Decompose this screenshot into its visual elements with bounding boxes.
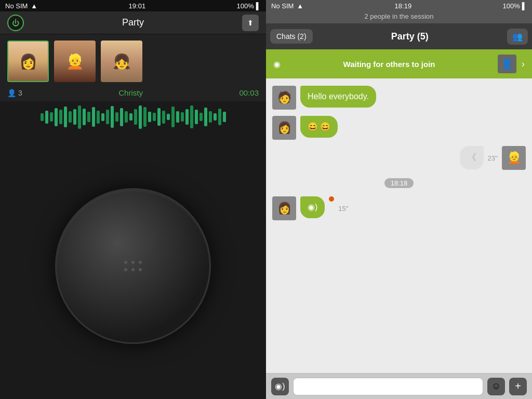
waveform-bar [143,107,147,127]
waveform-bar [139,105,142,129]
participants-icon: 👥 [512,32,523,41]
waveform-bar [157,108,161,126]
message-bubble-2: 😄 😄 [300,116,338,138]
waveform-bar [204,108,207,126]
message-avatar-4: 👩 [272,196,296,220]
waveform-area [0,101,266,132]
left-carrier: No SIM [5,2,28,10]
voice-input-button[interactable]: ◉) [271,378,289,395]
right-panel: No SIM ▲ 18:19 100% ▌ 2 people in the se… [266,0,532,399]
wifi-icon: ▲ [31,2,37,10]
power-button[interactable]: ⏻ [7,15,24,31]
waveform-bar [190,105,193,128]
waveform-bar [218,109,221,125]
dial-dots [124,261,142,271]
waveform-bar [148,112,151,122]
dial-dot [139,261,142,264]
chat-text-input[interactable] [293,378,483,395]
dial-dot [124,261,127,264]
participant-count: 👤 3 [7,89,22,97]
left-status-bar: No SIM ▲ 19:01 100% ▌ [0,0,266,11]
waveform-bar [185,109,189,125]
waiting-text: Waiting for others to join [286,60,493,69]
waiting-banner[interactable]: ◉ Waiting for others to join 👤 › [266,49,532,78]
party-name-header: Party (5) [316,31,504,42]
call-timer: 00:03 [239,88,259,97]
waveform-bar [176,111,179,123]
message-avatar-3: 👱 [502,146,526,170]
participant-avatar-3[interactable]: 👧 [101,41,142,82]
message-avatar-1: 🧑 [272,86,296,110]
person-icon: 👤 [7,89,16,97]
waveform-bar [87,112,90,122]
right-battery-icon: ▌ [522,2,527,10]
waveform-bar [120,108,123,126]
message-time-4: 15'' [338,205,348,212]
voice-input-icon: ◉) [275,381,285,391]
waiting-person-icon: 👤 [501,58,513,70]
timestamp-divider: 18:18 [272,178,526,188]
waveform-bar [73,109,76,125]
waveform-bar [115,112,118,122]
waiting-arrow-icon: › [522,59,525,70]
waveform-bar [214,113,217,121]
waveform-bar [181,112,184,122]
waveform-bar [153,113,156,121]
active-participant-name: Christy [118,88,143,97]
session-info-bar: 2 people in the session [266,11,532,23]
right-status-right: 100% ▌ [503,2,527,10]
waveform-bar [101,113,104,121]
upload-button[interactable]: ⬆ [242,15,259,31]
dial-control[interactable] [55,188,211,344]
left-time: 19:01 [129,2,146,10]
voice-speak-icon: ◉) [308,203,317,211]
waveform-bar [64,107,67,127]
waveform-bar [92,107,95,127]
dial-dot [131,268,135,271]
add-button[interactable]: + [509,378,527,395]
chats-button[interactable]: Chats (2) [270,29,313,44]
right-wifi-icon: ▲ [297,2,303,10]
waveform-bar [134,109,137,125]
left-nav-bar: ⏻ Party ⬆ [0,11,266,34]
party-title: Party [122,17,144,28]
message-avatar-2: 👩 [272,116,296,140]
right-status-bar: No SIM ▲ 18:19 100% ▌ [266,0,532,11]
chat-input-bar: ◉) ☺ + [266,373,532,399]
message-row: 👱 23'' 《 [272,146,526,170]
waiting-indicator-icon: ◉ [273,59,281,69]
waveform-bar [41,113,44,121]
dial-area [0,132,266,399]
dial-dot [124,268,127,271]
avatar-icon-1: 🧑 [277,91,291,104]
emoji-icon: ☺ [491,381,501,392]
message-text-2: 😄 😄 [308,122,330,131]
message-row: 🧑 Hello everybody. [272,86,526,110]
avatar-icon-3: 👱 [507,151,521,165]
waveform-bar [59,110,62,124]
message-bubble-1: Hello everybody. [300,86,376,108]
waveform-bar [111,106,114,128]
emoji-button[interactable]: ☺ [487,378,505,395]
chats-label: Chats (2) [276,32,307,41]
participant-avatar-2[interactable]: 👱 [54,41,96,82]
avatar-icon-4: 👩 [277,202,291,215]
message-bubble-3: 《 [460,146,484,169]
participant-avatar-1[interactable]: 👩 [7,41,49,82]
dial-dot [139,268,142,271]
avatar-face-3: 👧 [101,41,142,82]
waveform-bar [162,111,165,124]
message-text-1: Hello everybody. [308,92,369,101]
waveform-bar [167,114,170,120]
waveform-bar [195,110,198,124]
voice-waves-icon: 《 [467,151,476,164]
dial-dot [131,261,135,264]
recording-indicator [329,196,334,202]
message-bubble-4: ◉) [300,196,325,218]
waveform-bar [45,111,48,124]
waveform-bar [223,112,226,122]
right-battery: 100% [503,2,520,10]
participants-button[interactable]: 👥 [507,29,528,45]
left-battery: 100% [237,2,254,10]
waiting-avatar: 👤 [498,55,516,73]
